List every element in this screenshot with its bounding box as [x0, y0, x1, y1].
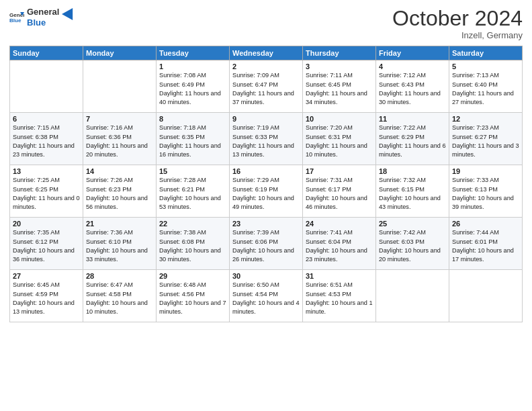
day-info: Sunrise: 7:25 AMSunset: 6:25 PMDaylight:…: [13, 176, 80, 212]
calendar-cell: 25Sunrise: 7:42 AMSunset: 6:03 PMDayligh…: [376, 218, 449, 270]
calendar-cell: 27Sunrise: 6:45 AMSunset: 4:59 PMDayligh…: [10, 270, 83, 322]
day-info: Sunrise: 7:13 AMSunset: 6:40 PMDaylight:…: [452, 71, 519, 107]
day-number: 7: [86, 115, 153, 123]
day-info: Sunrise: 7:42 AMSunset: 6:03 PMDaylight:…: [379, 228, 446, 264]
month-title: October 2024: [392, 7, 523, 30]
calendar-cell: 14Sunrise: 7:26 AMSunset: 6:23 PMDayligh…: [83, 165, 157, 218]
page: General Blue General Blue October 2024 I…: [0, 0, 532, 411]
day-number: 18: [379, 167, 446, 175]
day-number: 19: [452, 167, 519, 175]
calendar-cell: 11Sunrise: 7:22 AMSunset: 6:29 PMDayligh…: [376, 113, 449, 165]
calendar-cell: 17Sunrise: 7:31 AMSunset: 6:17 PMDayligh…: [303, 165, 376, 218]
day-info: Sunrise: 7:16 AMSunset: 6:36 PMDaylight:…: [86, 124, 153, 159]
calendar-cell: 26Sunrise: 7:44 AMSunset: 6:01 PMDayligh…: [449, 218, 523, 270]
logo-general: General: [27, 7, 59, 17]
day-number: 29: [159, 272, 226, 280]
calendar-cell: 9Sunrise: 7:19 AMSunset: 6:33 PMDaylight…: [230, 113, 303, 165]
day-number: 13: [13, 167, 80, 175]
day-number: 4: [379, 62, 446, 71]
day-info: Sunrise: 7:19 AMSunset: 6:33 PMDaylight:…: [232, 124, 300, 159]
day-info: Sunrise: 7:41 AMSunset: 6:04 PMDaylight:…: [306, 228, 373, 264]
day-number: 6: [13, 115, 80, 123]
calendar-cell: 1Sunrise: 7:08 AMSunset: 6:49 PMDaylight…: [157, 60, 230, 113]
day-info: Sunrise: 7:11 AMSunset: 6:45 PMDaylight:…: [306, 71, 373, 107]
day-number: 5: [452, 62, 519, 71]
title-area: October 2024 Inzell, Germany: [392, 7, 523, 40]
calendar-cell: 21Sunrise: 7:36 AMSunset: 6:10 PMDayligh…: [83, 218, 157, 270]
day-number: 14: [86, 167, 153, 175]
logo-icon: General Blue: [9, 10, 24, 25]
header-day: Tuesday: [157, 46, 230, 60]
day-number: 25: [379, 220, 446, 228]
calendar-week-row: 6Sunrise: 7:15 AMSunset: 6:38 PMDaylight…: [10, 113, 523, 165]
svg-text:Blue: Blue: [9, 17, 21, 23]
day-number: 21: [86, 220, 153, 228]
calendar-cell: 2Sunrise: 7:09 AMSunset: 6:47 PMDaylight…: [230, 60, 303, 113]
day-info: Sunrise: 7:12 AMSunset: 6:43 PMDaylight:…: [379, 71, 446, 107]
calendar-cell: 5Sunrise: 7:13 AMSunset: 6:40 PMDaylight…: [449, 60, 523, 113]
day-number: 9: [232, 115, 300, 123]
day-info: Sunrise: 7:35 AMSunset: 6:12 PMDaylight:…: [13, 228, 80, 264]
calendar-cell: 22Sunrise: 7:38 AMSunset: 6:08 PMDayligh…: [157, 218, 230, 270]
day-info: Sunrise: 7:23 AMSunset: 6:27 PMDaylight:…: [452, 124, 519, 159]
day-info: Sunrise: 7:32 AMSunset: 6:15 PMDaylight:…: [379, 176, 446, 212]
calendar-cell: 16Sunrise: 7:29 AMSunset: 6:19 PMDayligh…: [230, 165, 303, 218]
logo: General Blue General Blue: [9, 7, 74, 28]
day-info: Sunrise: 6:48 AMSunset: 4:56 PMDaylight:…: [159, 281, 226, 316]
calendar-table: SundayMondayTuesdayWednesdayThursdayFrid…: [9, 46, 523, 322]
calendar-cell: [449, 270, 523, 322]
day-info: Sunrise: 7:29 AMSunset: 6:19 PMDaylight:…: [232, 176, 300, 212]
day-info: Sunrise: 7:09 AMSunset: 6:47 PMDaylight:…: [232, 71, 300, 107]
header-day: Sunday: [10, 46, 83, 60]
day-number: 8: [159, 115, 226, 123]
day-number: 20: [13, 220, 80, 228]
calendar-cell: 24Sunrise: 7:41 AMSunset: 6:04 PMDayligh…: [303, 218, 376, 270]
day-number: 31: [306, 272, 373, 280]
day-info: Sunrise: 6:51 AMSunset: 4:53 PMDaylight:…: [306, 281, 373, 316]
day-number: 22: [159, 220, 226, 228]
day-number: 26: [452, 220, 519, 228]
calendar-cell: 31Sunrise: 6:51 AMSunset: 4:53 PMDayligh…: [303, 270, 376, 322]
day-info: Sunrise: 7:18 AMSunset: 6:35 PMDaylight:…: [159, 124, 226, 159]
day-number: 11: [379, 115, 446, 123]
day-info: Sunrise: 6:47 AMSunset: 4:58 PMDaylight:…: [86, 281, 153, 316]
day-info: Sunrise: 7:33 AMSunset: 6:13 PMDaylight:…: [452, 176, 519, 212]
day-number: 17: [306, 167, 373, 175]
day-info: Sunrise: 7:22 AMSunset: 6:29 PMDaylight:…: [379, 124, 446, 159]
calendar-cell: [376, 270, 449, 322]
day-info: Sunrise: 7:15 AMSunset: 6:38 PMDaylight:…: [13, 124, 80, 159]
header-day: Saturday: [449, 46, 523, 60]
calendar-body: 1Sunrise: 7:08 AMSunset: 6:49 PMDaylight…: [10, 60, 523, 322]
calendar-week-row: 20Sunrise: 7:35 AMSunset: 6:12 PMDayligh…: [10, 218, 523, 270]
calendar-cell: 13Sunrise: 7:25 AMSunset: 6:25 PMDayligh…: [10, 165, 83, 218]
header-day: Friday: [376, 46, 449, 60]
calendar-cell: 18Sunrise: 7:32 AMSunset: 6:15 PMDayligh…: [376, 165, 449, 218]
calendar-cell: 8Sunrise: 7:18 AMSunset: 6:35 PMDaylight…: [157, 113, 230, 165]
day-number: 12: [452, 115, 519, 123]
calendar-cell: 20Sunrise: 7:35 AMSunset: 6:12 PMDayligh…: [10, 218, 83, 270]
calendar-week-row: 27Sunrise: 6:45 AMSunset: 4:59 PMDayligh…: [10, 270, 523, 322]
calendar-week-row: 13Sunrise: 7:25 AMSunset: 6:25 PMDayligh…: [10, 165, 523, 218]
day-info: Sunrise: 7:20 AMSunset: 6:31 PMDaylight:…: [306, 124, 373, 159]
calendar-cell: [83, 60, 157, 113]
header: General Blue General Blue October 2024 I…: [9, 7, 523, 40]
day-number: 15: [159, 167, 226, 175]
day-info: Sunrise: 7:26 AMSunset: 6:23 PMDaylight:…: [86, 176, 153, 212]
day-number: 30: [232, 272, 300, 280]
day-number: 23: [232, 220, 300, 228]
day-info: Sunrise: 7:38 AMSunset: 6:08 PMDaylight:…: [159, 228, 226, 264]
day-number: 16: [232, 167, 300, 175]
day-number: 3: [306, 62, 373, 71]
calendar-cell: 3Sunrise: 7:11 AMSunset: 6:45 PMDaylight…: [303, 60, 376, 113]
calendar-header: SundayMondayTuesdayWednesdayThursdayFrid…: [10, 46, 523, 60]
day-info: Sunrise: 6:50 AMSunset: 4:54 PMDaylight:…: [232, 281, 300, 316]
header-day: Thursday: [303, 46, 376, 60]
calendar-cell: 28Sunrise: 6:47 AMSunset: 4:58 PMDayligh…: [83, 270, 157, 322]
svg-marker-3: [62, 8, 73, 20]
calendar-week-row: 1Sunrise: 7:08 AMSunset: 6:49 PMDaylight…: [10, 60, 523, 113]
calendar-cell: 30Sunrise: 6:50 AMSunset: 4:54 PMDayligh…: [230, 270, 303, 322]
calendar-cell: 29Sunrise: 6:48 AMSunset: 4:56 PMDayligh…: [157, 270, 230, 322]
calendar-cell: 4Sunrise: 7:12 AMSunset: 6:43 PMDaylight…: [376, 60, 449, 113]
calendar-cell: 15Sunrise: 7:28 AMSunset: 6:21 PMDayligh…: [157, 165, 230, 218]
day-info: Sunrise: 7:44 AMSunset: 6:01 PMDaylight:…: [452, 228, 519, 264]
